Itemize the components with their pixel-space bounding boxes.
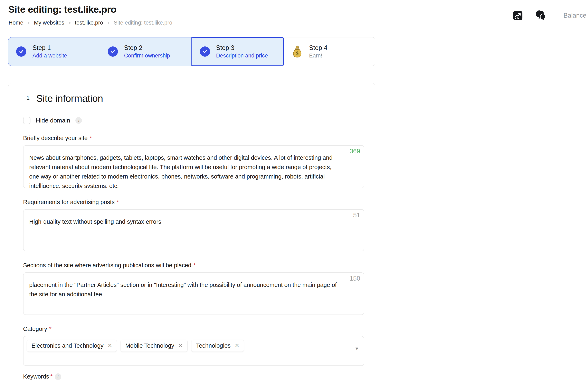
breadcrumb-site[interactable]: test.like.pro xyxy=(75,20,103,26)
requirements-textarea[interactable]: High-quality text without spelling and s… xyxy=(23,209,364,251)
char-count: 51 xyxy=(353,212,360,219)
requirements-field: High-quality text without spelling and s… xyxy=(23,209,364,251)
analytics-icon[interactable] xyxy=(513,11,523,21)
label-text: Keywords xyxy=(23,373,49,380)
category-label: Category * xyxy=(23,326,364,332)
page-title: Site editing: test.like.pro xyxy=(8,4,116,15)
hide-domain-checkbox[interactable] xyxy=(23,117,30,124)
required-asterisk: * xyxy=(193,262,196,269)
label-text: Briefly describe your site xyxy=(23,135,88,141)
remove-tag-icon[interactable]: ✕ xyxy=(235,343,239,348)
section-title: Site information xyxy=(36,93,103,104)
placements-field: placement in the "Partner Articles" sect… xyxy=(23,272,364,315)
keywords-label: Keywords * i xyxy=(23,373,364,380)
char-count: 150 xyxy=(350,275,360,282)
label-text: Requirements for advertising posts xyxy=(23,199,115,205)
breadcrumb-my-websites[interactable]: My websites xyxy=(34,20,64,26)
step-subtitle: Earn! xyxy=(309,53,328,59)
remove-tag-icon[interactable]: ✕ xyxy=(108,343,112,348)
info-icon[interactable]: i xyxy=(55,373,61,380)
top-actions: Balance xyxy=(513,10,586,21)
breadcrumb: Home My websites test.like.pro Site edit… xyxy=(9,20,172,26)
info-icon[interactable]: i xyxy=(75,117,82,124)
step-title: Step 1 xyxy=(32,44,67,51)
step-subtitle: Add a website xyxy=(32,53,67,59)
describe-field: News about smartphones, gadgets, tablets… xyxy=(23,145,364,188)
site-information-card: 1 Site information Hide domain i Briefly… xyxy=(8,83,375,382)
step-3-description-and-price[interactable]: Step 3 Description and price xyxy=(192,37,284,66)
category-select[interactable]: Electronics and Technology ✕ Mobile Tech… xyxy=(23,336,364,366)
chats-icon[interactable] xyxy=(536,10,547,21)
required-asterisk: * xyxy=(50,373,53,380)
placements-textarea[interactable]: placement in the "Partner Articles" sect… xyxy=(23,272,364,315)
step-2-confirm-ownership[interactable]: Step 2 Confirm ownership xyxy=(100,37,191,66)
remove-tag-icon[interactable]: ✕ xyxy=(178,343,183,348)
category-tag: Electronics and Technology ✕ xyxy=(27,340,117,352)
step-subtitle: Confirm ownership xyxy=(124,53,170,59)
breadcrumb-separator xyxy=(28,22,29,24)
category-tag: Technologies ✕ xyxy=(191,340,244,352)
svg-text:$: $ xyxy=(296,50,298,56)
placements-label: Sections of the site where advertising p… xyxy=(23,262,364,269)
breadcrumb-separator xyxy=(69,22,70,24)
check-icon xyxy=(108,46,118,57)
required-asterisk: * xyxy=(49,326,51,332)
step-title: Step 2 xyxy=(124,44,170,51)
balance-link[interactable]: Balance xyxy=(564,12,586,19)
section-number: 1 xyxy=(26,94,30,101)
category-tag: Mobile Technology ✕ xyxy=(121,340,188,352)
breadcrumb-current: Site editing: test.like.pro xyxy=(114,20,172,26)
hide-domain-row: Hide domain i xyxy=(23,117,364,124)
site-editing-page: Site editing: test.like.pro Home My webs… xyxy=(0,0,588,382)
chevron-down-icon[interactable]: ▾ xyxy=(356,345,358,352)
hide-domain-label[interactable]: Hide domain xyxy=(36,117,70,124)
tag-label: Electronics and Technology xyxy=(31,342,104,349)
step-title: Step 3 xyxy=(216,44,268,51)
step-1-add-a-website[interactable]: Step 1 Add a website xyxy=(8,37,100,66)
money-bag-icon: $ xyxy=(292,45,303,58)
label-text: Sections of the site where advertising p… xyxy=(23,262,191,269)
breadcrumb-home[interactable]: Home xyxy=(9,20,23,26)
requirements-label: Requirements for advertising posts * xyxy=(23,199,364,205)
step-title: Step 4 xyxy=(309,44,328,51)
required-asterisk: * xyxy=(90,135,92,141)
breadcrumb-separator xyxy=(108,22,109,24)
section-header: 1 Site information xyxy=(26,93,364,104)
describe-label: Briefly describe your site * xyxy=(23,135,364,141)
check-icon xyxy=(16,46,26,57)
tag-label: Technologies xyxy=(196,342,231,349)
steps-bar: Step 1 Add a website Step 2 Confirm owne… xyxy=(8,37,375,66)
step-subtitle: Description and price xyxy=(216,53,268,59)
step-4-earn[interactable]: $ Step 4 Earn! xyxy=(284,37,375,66)
label-text: Category xyxy=(23,326,47,332)
char-count: 369 xyxy=(350,148,360,155)
tag-label: Mobile Technology xyxy=(125,342,174,349)
describe-textarea[interactable]: News about smartphones, gadgets, tablets… xyxy=(23,145,364,188)
required-asterisk: * xyxy=(117,199,119,205)
check-icon xyxy=(200,46,210,57)
